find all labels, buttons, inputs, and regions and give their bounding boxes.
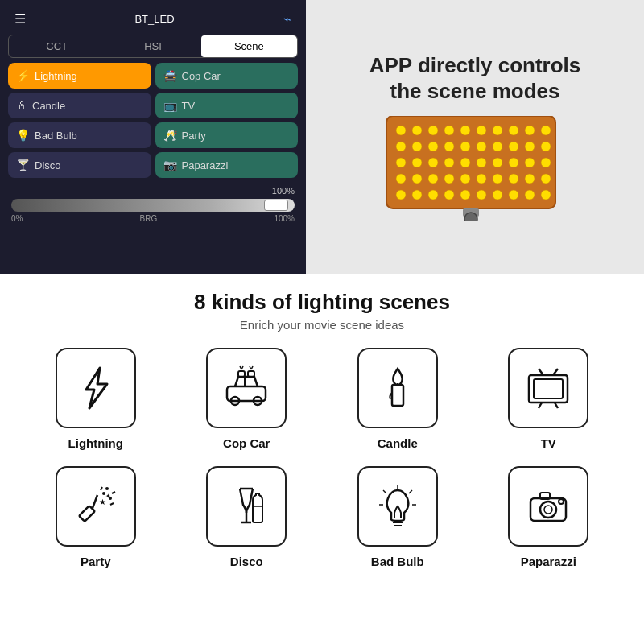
- svg-point-15: [460, 142, 470, 151]
- bad-bulb-icon-box: [357, 466, 438, 547]
- section-title: 8 kinds of lighting scenes: [8, 290, 636, 315]
- tv-label: TV: [541, 436, 556, 450]
- svg-point-46: [477, 190, 486, 200]
- scene-party[interactable]: 🥂 Party: [155, 122, 299, 148]
- candle-icon-box: [357, 348, 438, 428]
- svg-point-22: [412, 158, 422, 167]
- paparazzi-icon-box: [508, 466, 588, 547]
- scene-bad-bulb[interactable]: 💡 Bad Bulb: [8, 122, 151, 148]
- bad-bulb-icon: [374, 482, 422, 530]
- svg-point-5: [460, 126, 470, 135]
- app-text-line2: the scene modes: [390, 79, 560, 103]
- svg-point-43: [428, 190, 438, 200]
- svg-line-77: [101, 487, 102, 490]
- svg-point-21: [396, 158, 406, 167]
- scene-bad-bulb-label: Bad Bulb: [35, 130, 77, 142]
- brightness-slider[interactable]: [11, 199, 295, 212]
- svg-point-39: [525, 174, 535, 184]
- scene-disco-label: Disco: [35, 159, 61, 171]
- svg-marker-53: [86, 368, 107, 408]
- app-description: APP directly controls the scene modes: [369, 53, 581, 103]
- svg-point-2: [412, 126, 422, 135]
- top-section: ☰ BT_LED ⌁ CCT HSI Scene ⚡ Lightning 🚔 C…: [0, 0, 644, 274]
- svg-point-12: [412, 142, 422, 151]
- scene-tv[interactable]: 📺 TV: [155, 93, 299, 118]
- icon-item-bad-bulb: Bad Bulb: [326, 466, 469, 568]
- icon-item-tv: TV: [477, 348, 621, 450]
- bad-bulb-scene-icon: 💡: [16, 129, 30, 142]
- tv-scene-icon: 📺: [163, 99, 177, 112]
- bluetooth-icon[interactable]: ⌁: [283, 11, 291, 27]
- svg-point-4: [444, 126, 454, 135]
- svg-point-28: [509, 158, 518, 167]
- svg-point-42: [412, 190, 422, 200]
- svg-point-40: [541, 174, 551, 184]
- svg-point-19: [525, 142, 535, 151]
- icon-item-candle: Candle: [326, 348, 469, 450]
- disco-icon-box: [206, 466, 287, 547]
- svg-point-95: [544, 506, 552, 514]
- svg-point-24: [444, 158, 454, 167]
- slider-section: 100% 0% BRG 100%: [8, 186, 298, 223]
- section-subtitle: Enrich your movie scene ideas: [8, 318, 636, 332]
- slider-thumb[interactable]: [264, 200, 288, 211]
- scene-paparazzi[interactable]: 📷 Paparazzi: [155, 152, 299, 178]
- candle-icon: [374, 364, 422, 412]
- svg-line-79: [112, 492, 115, 493]
- scene-party-label: Party: [182, 130, 206, 142]
- tab-hsi[interactable]: HSI: [105, 35, 200, 57]
- svg-line-88: [383, 490, 386, 493]
- svg-point-13: [428, 142, 438, 151]
- scene-paparazzi-label: Paparazzi: [182, 159, 229, 171]
- svg-point-14: [444, 142, 454, 151]
- svg-point-52: [464, 213, 477, 221]
- menu-icon[interactable]: ☰: [14, 11, 26, 27]
- party-icon-box: ★ ✦: [56, 466, 136, 547]
- svg-rect-64: [392, 385, 403, 406]
- disco-scene-icon: 🍸: [16, 159, 30, 171]
- svg-point-26: [477, 158, 486, 167]
- svg-point-97: [559, 499, 564, 504]
- svg-point-35: [460, 174, 470, 184]
- tab-scene[interactable]: Scene: [201, 35, 297, 57]
- icon-item-cop-car: Cop Car: [175, 348, 319, 450]
- scene-candle[interactable]: 🕯 Candle: [8, 93, 151, 118]
- icon-item-disco: Disco: [175, 466, 319, 568]
- tv-icon: [524, 364, 572, 412]
- lightning-icon: [72, 364, 120, 412]
- cop-car-scene-icon: 🚔: [163, 69, 177, 82]
- svg-rect-72: [79, 506, 95, 522]
- party-icon: ★ ✦: [72, 482, 120, 530]
- svg-point-94: [540, 502, 556, 518]
- lightning-scene-icon: ⚡: [16, 69, 30, 82]
- svg-point-44: [444, 190, 454, 200]
- party-label: Party: [80, 555, 111, 568]
- lightning-icon-box: [56, 348, 136, 428]
- slider-max: 100%: [274, 214, 295, 223]
- scene-lightning[interactable]: ⚡ Lightning: [8, 63, 151, 89]
- svg-line-73: [93, 495, 97, 508]
- scene-cop-car[interactable]: 🚔 Cop Car: [155, 63, 299, 89]
- lightning-label: Lightning: [68, 436, 123, 450]
- phone-header: ☰ BT_LED ⌁: [8, 8, 298, 30]
- svg-point-76: [105, 487, 109, 490]
- scene-icons-grid: Lightning: [8, 348, 636, 568]
- candle-scene-icon: 🕯: [16, 99, 27, 112]
- bottom-section: 8 kinds of lighting scenes Enrich your m…: [0, 274, 644, 576]
- tab-cct[interactable]: CCT: [9, 35, 105, 57]
- candle-label: Candle: [378, 436, 418, 450]
- scene-disco[interactable]: 🍸 Disco: [8, 152, 151, 178]
- tv-icon-box: [508, 348, 588, 428]
- slider-brg-label: BRG: [140, 214, 158, 223]
- bad-bulb-label: Bad Bulb: [371, 555, 424, 568]
- right-section: APP directly controls the scene modes: [306, 0, 644, 274]
- svg-point-20: [541, 142, 551, 151]
- slider-labels: 0% BRG 100%: [11, 214, 295, 223]
- svg-point-50: [541, 190, 551, 200]
- svg-line-63: [251, 366, 253, 369]
- party-scene-icon: 🥂: [163, 129, 177, 142]
- svg-point-16: [477, 142, 486, 151]
- disco-icon: [222, 482, 270, 530]
- svg-point-7: [493, 126, 502, 135]
- svg-point-45: [460, 190, 470, 200]
